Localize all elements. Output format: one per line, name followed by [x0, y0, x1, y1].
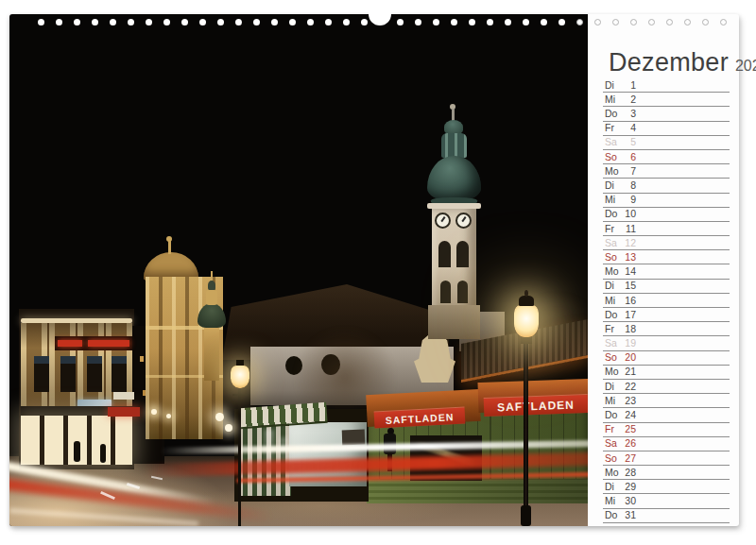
binding-hole [684, 19, 691, 26]
lamp-right-finial [524, 290, 528, 297]
day-abbrev: Mo [605, 166, 622, 177]
day-number: 29 [622, 482, 636, 492]
calendar-row: Fr25 [603, 423, 730, 437]
tower-lower-arch-1 [440, 281, 451, 303]
calendar-row: Sa5 [603, 136, 730, 150]
binding-hole [56, 19, 62, 26]
day-number: 1 [622, 80, 636, 91]
lamp-right-cap [519, 296, 534, 306]
lamp-right-base [521, 505, 531, 526]
lamp-center-cap [236, 360, 244, 366]
tower-cap-dome [444, 120, 463, 134]
day-abbrev: Sa [605, 238, 622, 248]
binding-hole [451, 19, 457, 26]
red-awning [108, 407, 140, 417]
day-number: 7 [622, 166, 636, 177]
day-abbrev: Sa [605, 438, 622, 449]
day-abbrev: Fr [605, 324, 622, 334]
day-abbrev: Mi [605, 396, 622, 406]
day-number: 11 [622, 224, 636, 234]
mid-building-window-1 [140, 356, 144, 362]
turret-cap [208, 281, 215, 290]
day-number: 24 [622, 410, 636, 420]
day-number: 30 [622, 496, 636, 506]
lamp-globe-2 [225, 424, 232, 432]
baroque-finial [168, 241, 171, 254]
day-abbrev: So [605, 453, 622, 464]
calendar-row: Do31 [603, 509, 730, 523]
calendar-row: Fr4 [603, 122, 730, 136]
binding-hole [541, 19, 547, 26]
day-abbrev: Mo [605, 366, 622, 377]
day-number: 19 [622, 338, 636, 349]
day-number: 31 [622, 510, 636, 520]
binding-hole [576, 19, 583, 26]
binding-hole [433, 19, 439, 26]
day-number: 6 [622, 152, 636, 162]
binding-hole [146, 19, 152, 26]
left-building-window-3 [87, 356, 102, 392]
calendar-row: Mi16 [603, 294, 730, 308]
day-abbrev: Do [605, 209, 622, 219]
tower-lantern [441, 133, 467, 158]
binding-hole [271, 19, 278, 26]
binding-hole [666, 19, 673, 26]
calendar-page: SAFTLADEN SAFTLADEN [9, 14, 739, 526]
calendar-row: Mo14 [603, 264, 730, 279]
calendar-row: Sa26 [603, 437, 730, 451]
day-number: 22 [622, 382, 636, 392]
distant-lamp-1 [151, 409, 157, 415]
day-number: 25 [622, 424, 636, 434]
day-abbrev: Sa [605, 137, 622, 147]
binding-hole [289, 19, 296, 26]
saftladen-banner-right: SAFTLADEN [484, 394, 588, 417]
binding-hole [217, 19, 224, 26]
tower-onion-dome [427, 156, 481, 201]
binding-hole [128, 19, 134, 26]
day-abbrev: Mi [605, 195, 622, 205]
binding-hole [648, 19, 655, 26]
calendar-row: Mi30 [603, 494, 730, 508]
calendar-row: Sa19 [603, 336, 730, 350]
binding-hole [487, 19, 493, 26]
left-building-window-2 [60, 356, 76, 392]
calendar-header: Dezember 2026 [609, 48, 756, 77]
binding-hole [558, 19, 565, 26]
tower-lower-arch-2 [457, 281, 468, 303]
day-abbrev: Fr [605, 424, 622, 434]
day-abbrev: Di [605, 382, 622, 392]
binding-hole [235, 19, 242, 26]
calendar-row: Do3 [603, 107, 730, 121]
day-abbrev: Mo [605, 266, 622, 277]
day-number: 9 [622, 195, 636, 205]
day-number: 12 [622, 238, 636, 248]
day-number: 5 [622, 137, 636, 147]
calendar-row: Di15 [603, 280, 730, 294]
lamp-center-head [231, 366, 249, 388]
binding-hole [415, 19, 421, 26]
binding-hole [630, 19, 637, 26]
neon-sign-red-right [88, 340, 129, 347]
day-abbrev: Mi [605, 94, 622, 105]
calendar-row: Do10 [603, 208, 730, 222]
day-number: 23 [622, 396, 636, 406]
lamp-center-crossarm [232, 394, 248, 396]
binding-hole [702, 19, 709, 26]
distant-lamp-2 [166, 414, 171, 418]
day-number: 18 [622, 324, 636, 334]
binding-hole [307, 19, 314, 26]
tower-arch-window-2 [456, 241, 469, 267]
day-number: 21 [622, 366, 636, 377]
calendar-row: Di29 [603, 480, 730, 494]
pedestrian-1 [74, 441, 80, 462]
day-abbrev: Sa [605, 338, 622, 349]
calendar-row: Mi9 [603, 194, 730, 208]
pedestrian-2 [100, 444, 106, 463]
tarp-dark-sign [342, 430, 366, 446]
stall-base-shade [367, 479, 588, 503]
binding-hole [325, 19, 332, 26]
calendar-row: Mi2 [603, 93, 730, 107]
day-abbrev: Do [605, 109, 622, 119]
day-number: 2 [622, 94, 636, 105]
day-abbrev: Do [605, 310, 622, 320]
